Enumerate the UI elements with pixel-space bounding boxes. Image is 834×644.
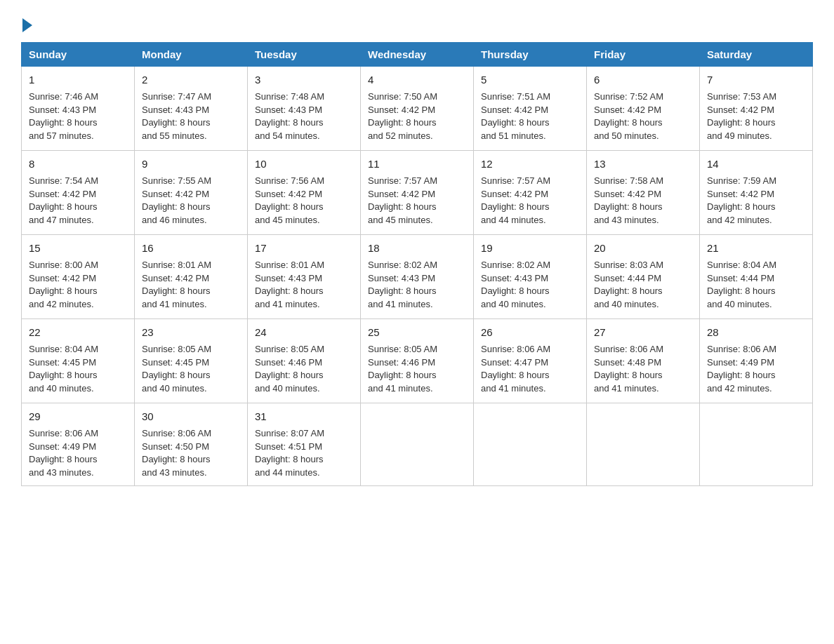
calendar-cell: 10 Sunrise: 7:56 AMSunset: 4:42 PMDaylig… bbox=[248, 151, 361, 235]
logo-top bbox=[21, 14, 32, 32]
column-header-monday: Monday bbox=[135, 43, 248, 67]
day-number: 5 bbox=[481, 72, 579, 88]
day-number: 23 bbox=[142, 325, 240, 340]
day-number: 9 bbox=[142, 156, 240, 172]
day-number: 19 bbox=[481, 241, 579, 256]
day-info: Sunrise: 8:00 AMSunset: 4:42 PMDaylight:… bbox=[29, 259, 127, 311]
calendar-cell: 6 Sunrise: 7:52 AMSunset: 4:42 PMDayligh… bbox=[587, 67, 700, 151]
calendar-cell: 22 Sunrise: 8:04 AMSunset: 4:45 PMDaylig… bbox=[22, 319, 135, 403]
day-info: Sunrise: 7:50 AMSunset: 4:42 PMDaylight:… bbox=[368, 90, 466, 143]
day-info: Sunrise: 8:05 AMSunset: 4:46 PMDaylight:… bbox=[255, 343, 353, 396]
day-info: Sunrise: 7:57 AMSunset: 4:42 PMDaylight:… bbox=[481, 175, 579, 227]
day-number: 8 bbox=[29, 156, 127, 172]
day-number: 15 bbox=[29, 241, 127, 256]
day-info: Sunrise: 7:54 AMSunset: 4:42 PMDaylight:… bbox=[29, 175, 127, 227]
calendar-cell: 7 Sunrise: 7:53 AMSunset: 4:42 PMDayligh… bbox=[700, 67, 813, 151]
day-info: Sunrise: 8:05 AMSunset: 4:45 PMDaylight:… bbox=[142, 343, 240, 396]
day-info: Sunrise: 7:52 AMSunset: 4:42 PMDaylight:… bbox=[594, 90, 692, 143]
calendar-cell: 24 Sunrise: 8:05 AMSunset: 4:46 PMDaylig… bbox=[248, 319, 361, 403]
calendar-week-row: 29 Sunrise: 8:06 AMSunset: 4:49 PMDaylig… bbox=[22, 403, 813, 486]
day-info: Sunrise: 8:01 AMSunset: 4:42 PMDaylight:… bbox=[142, 259, 240, 311]
column-header-thursday: Thursday bbox=[474, 43, 587, 67]
logo bbox=[21, 14, 32, 29]
calendar-cell: 17 Sunrise: 8:01 AMSunset: 4:43 PMDaylig… bbox=[248, 235, 361, 319]
day-info: Sunrise: 8:06 AMSunset: 4:47 PMDaylight:… bbox=[481, 343, 579, 396]
calendar-cell: 11 Sunrise: 7:57 AMSunset: 4:42 PMDaylig… bbox=[361, 151, 474, 235]
calendar-cell: 20 Sunrise: 8:03 AMSunset: 4:44 PMDaylig… bbox=[587, 235, 700, 319]
day-number: 10 bbox=[255, 156, 353, 172]
day-number: 20 bbox=[594, 241, 692, 256]
day-number: 18 bbox=[368, 241, 466, 256]
day-number: 28 bbox=[707, 325, 805, 340]
day-info: Sunrise: 8:06 AMSunset: 4:49 PMDaylight:… bbox=[707, 343, 805, 396]
day-info: Sunrise: 7:46 AMSunset: 4:43 PMDaylight:… bbox=[29, 90, 127, 143]
calendar-cell: 31 Sunrise: 8:07 AMSunset: 4:51 PMDaylig… bbox=[248, 403, 361, 486]
day-number: 25 bbox=[368, 325, 466, 340]
day-number: 14 bbox=[707, 156, 805, 172]
calendar-cell: 15 Sunrise: 8:00 AMSunset: 4:42 PMDaylig… bbox=[22, 235, 135, 319]
day-info: Sunrise: 7:59 AMSunset: 4:42 PMDaylight:… bbox=[707, 175, 805, 227]
day-number: 16 bbox=[142, 241, 240, 256]
calendar-cell bbox=[587, 403, 700, 486]
day-number: 3 bbox=[255, 72, 353, 88]
day-number: 13 bbox=[594, 156, 692, 172]
day-number: 1 bbox=[29, 72, 127, 88]
day-info: Sunrise: 7:47 AMSunset: 4:43 PMDaylight:… bbox=[142, 90, 240, 143]
day-number: 11 bbox=[368, 156, 466, 172]
calendar-cell: 16 Sunrise: 8:01 AMSunset: 4:42 PMDaylig… bbox=[135, 235, 248, 319]
column-header-wednesday: Wednesday bbox=[361, 43, 474, 67]
calendar-cell: 28 Sunrise: 8:06 AMSunset: 4:49 PMDaylig… bbox=[700, 319, 813, 403]
calendar-cell: 30 Sunrise: 8:06 AMSunset: 4:50 PMDaylig… bbox=[135, 403, 248, 486]
calendar-header-row: SundayMondayTuesdayWednesdayThursdayFrid… bbox=[22, 43, 813, 67]
calendar-cell: 1 Sunrise: 7:46 AMSunset: 4:43 PMDayligh… bbox=[22, 67, 135, 151]
day-info: Sunrise: 8:07 AMSunset: 4:51 PMDaylight:… bbox=[255, 427, 353, 480]
column-header-tuesday: Tuesday bbox=[248, 43, 361, 67]
day-info: Sunrise: 8:05 AMSunset: 4:46 PMDaylight:… bbox=[368, 343, 466, 396]
calendar-cell: 26 Sunrise: 8:06 AMSunset: 4:47 PMDaylig… bbox=[474, 319, 587, 403]
day-number: 7 bbox=[707, 72, 805, 88]
calendar-week-row: 8 Sunrise: 7:54 AMSunset: 4:42 PMDayligh… bbox=[22, 151, 813, 235]
day-info: Sunrise: 8:03 AMSunset: 4:44 PMDaylight:… bbox=[594, 259, 692, 311]
day-info: Sunrise: 8:06 AMSunset: 4:49 PMDaylight:… bbox=[29, 427, 127, 480]
day-number: 4 bbox=[368, 72, 466, 88]
calendar-cell bbox=[361, 403, 474, 486]
calendar-cell: 3 Sunrise: 7:48 AMSunset: 4:43 PMDayligh… bbox=[248, 67, 361, 151]
calendar-cell: 14 Sunrise: 7:59 AMSunset: 4:42 PMDaylig… bbox=[700, 151, 813, 235]
calendar-table: SundayMondayTuesdayWednesdayThursdayFrid… bbox=[21, 42, 813, 486]
day-number: 2 bbox=[142, 72, 240, 88]
calendar-week-row: 22 Sunrise: 8:04 AMSunset: 4:45 PMDaylig… bbox=[22, 319, 813, 403]
day-info: Sunrise: 8:06 AMSunset: 4:48 PMDaylight:… bbox=[594, 343, 692, 396]
calendar-cell: 8 Sunrise: 7:54 AMSunset: 4:42 PMDayligh… bbox=[22, 151, 135, 235]
column-header-sunday: Sunday bbox=[22, 43, 135, 67]
day-number: 21 bbox=[707, 241, 805, 256]
calendar-cell: 21 Sunrise: 8:04 AMSunset: 4:44 PMDaylig… bbox=[700, 235, 813, 319]
day-number: 31 bbox=[255, 409, 353, 424]
calendar-cell: 2 Sunrise: 7:47 AMSunset: 4:43 PMDayligh… bbox=[135, 67, 248, 151]
day-number: 30 bbox=[142, 409, 240, 424]
day-info: Sunrise: 8:02 AMSunset: 4:43 PMDaylight:… bbox=[368, 259, 466, 311]
calendar-cell: 13 Sunrise: 7:58 AMSunset: 4:42 PMDaylig… bbox=[587, 151, 700, 235]
calendar-cell: 19 Sunrise: 8:02 AMSunset: 4:43 PMDaylig… bbox=[474, 235, 587, 319]
day-info: Sunrise: 8:06 AMSunset: 4:50 PMDaylight:… bbox=[142, 427, 240, 480]
calendar-cell: 29 Sunrise: 8:06 AMSunset: 4:49 PMDaylig… bbox=[22, 403, 135, 486]
calendar-cell: 23 Sunrise: 8:05 AMSunset: 4:45 PMDaylig… bbox=[135, 319, 248, 403]
day-number: 6 bbox=[594, 72, 692, 88]
calendar-cell: 4 Sunrise: 7:50 AMSunset: 4:42 PMDayligh… bbox=[361, 67, 474, 151]
day-info: Sunrise: 7:57 AMSunset: 4:42 PMDaylight:… bbox=[368, 175, 466, 227]
calendar-cell: 27 Sunrise: 8:06 AMSunset: 4:48 PMDaylig… bbox=[587, 319, 700, 403]
day-info: Sunrise: 7:48 AMSunset: 4:43 PMDaylight:… bbox=[255, 90, 353, 143]
column-header-friday: Friday bbox=[587, 43, 700, 67]
day-info: Sunrise: 8:01 AMSunset: 4:43 PMDaylight:… bbox=[255, 259, 353, 311]
calendar-cell bbox=[700, 403, 813, 486]
calendar-cell: 9 Sunrise: 7:55 AMSunset: 4:42 PMDayligh… bbox=[135, 151, 248, 235]
day-info: Sunrise: 7:55 AMSunset: 4:42 PMDaylight:… bbox=[142, 175, 240, 227]
day-info: Sunrise: 7:56 AMSunset: 4:42 PMDaylight:… bbox=[255, 175, 353, 227]
day-info: Sunrise: 7:51 AMSunset: 4:42 PMDaylight:… bbox=[481, 90, 579, 143]
day-info: Sunrise: 7:53 AMSunset: 4:42 PMDaylight:… bbox=[707, 90, 805, 143]
logo-arrow-icon bbox=[22, 18, 32, 32]
calendar-cell bbox=[474, 403, 587, 486]
header bbox=[21, 14, 813, 29]
day-info: Sunrise: 8:04 AMSunset: 4:45 PMDaylight:… bbox=[29, 343, 127, 396]
day-info: Sunrise: 8:02 AMSunset: 4:43 PMDaylight:… bbox=[481, 259, 579, 311]
page: SundayMondayTuesdayWednesdayThursdayFrid… bbox=[0, 0, 834, 507]
